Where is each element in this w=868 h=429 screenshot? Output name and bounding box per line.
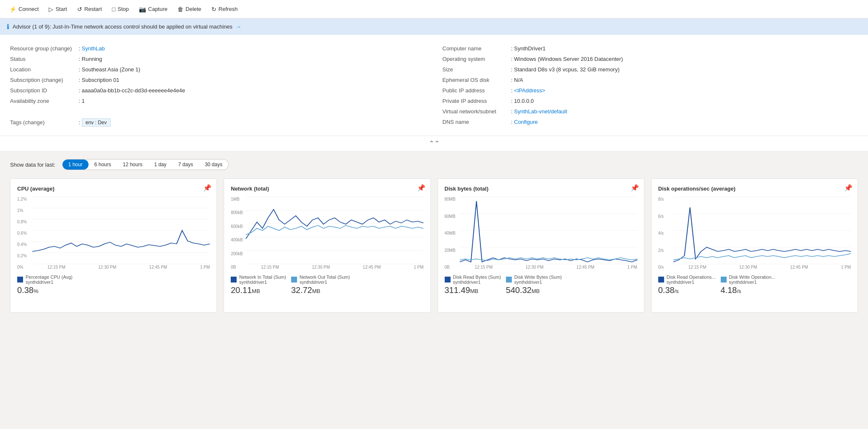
tags-label: Tags (change) [10, 119, 77, 126]
advisor-link[interactable]: → [236, 24, 241, 30]
location-row: Location : Southeast Asia (Zone 1) [10, 64, 426, 75]
vm-info-right: Computer name : SynthDriver1 Operating s… [443, 43, 858, 129]
disk-ops-legend: Disk Read Operations... synthddriver1 0.… [658, 275, 851, 295]
cpu-chart-title: CPU (average) [17, 186, 210, 192]
subscription-label: Subscription (change) [10, 77, 77, 83]
public-ip-label: Public IP address [443, 87, 510, 94]
disk-ops-x-axis: 12:15 PM 12:30 PM 12:45 PM 1 PM [673, 265, 851, 269]
time-range-label: Show data for last: [10, 162, 55, 168]
size-label: Size [443, 66, 510, 73]
private-ip-row: Private IP address : 10.0.0.0 [443, 96, 858, 106]
network-in-legend-item: Network In Total (Sum) synthddriver1 20.… [231, 275, 286, 295]
size-row: Size : Standard D8s v3 (8 vcpus, 32 GiB … [443, 64, 858, 75]
time-range-pills: 1 hour 6 hours 12 hours 1 day 7 days 30 … [62, 159, 229, 170]
disk-read-bytes-legend: Disk Read Bytes (Sum) synthddriver1 311.… [445, 275, 501, 295]
connect-button[interactable]: ⚡ Connect [5, 3, 43, 15]
status-label: Status [10, 56, 77, 62]
cpu-legend-item: Percentage CPU (Avg) synthddriver1 0.38% [17, 275, 73, 295]
disk-write-ops-value: 4.18/s [721, 285, 775, 295]
resource-group-value[interactable]: SynthLab [82, 45, 105, 52]
network-x-axis: 12:15 PM 12:30 PM 12:45 PM 1 PM [246, 265, 423, 269]
os-row: Operating system : Windows (Windows Serv… [443, 54, 858, 64]
tag-badge: env : Dev [82, 118, 111, 127]
stop-button[interactable]: □ Stop [108, 3, 133, 15]
time-pill-12hours[interactable]: 12 hours [117, 160, 149, 170]
time-pill-7days[interactable]: 7 days [172, 160, 199, 170]
subscription-row: Subscription (change) : Subscription 01 [10, 75, 426, 85]
network-out-color [291, 277, 297, 283]
cpu-chart-inner: 1.2% 1% 0.8% 0.6% 0.4% 0.2% 0% [17, 197, 210, 269]
network-chart-area [246, 197, 423, 264]
public-ip-value[interactable]: <IPAddress> [514, 87, 545, 94]
cpu-chart-area [32, 197, 210, 264]
subscription-id-row: Subscription ID : aaaa0a0a-bb1b-cc2c-dd3… [10, 85, 426, 96]
start-icon: ▷ [49, 6, 53, 13]
private-ip-value: : 10.0.0.0 [510, 98, 534, 104]
os-value: : Windows (Windows Server 2016 Datacente… [510, 56, 623, 62]
disk-ops-chart-title: Disk operations/sec (average) [658, 186, 851, 192]
delete-icon: 🗑 [177, 6, 183, 13]
vnet-value[interactable]: SynthLab-vnet/default [514, 108, 567, 115]
time-pill-1day[interactable]: 1 day [148, 160, 172, 170]
disk-read-bytes-value: 311.49MB [445, 285, 501, 295]
dns-value[interactable]: Configure [514, 119, 537, 125]
collapse-divider[interactable]: ⌃⌃ [0, 136, 868, 151]
delete-button[interactable]: 🗑 Delete [173, 3, 206, 15]
charts-grid: CPU (average) 📌 1.2% 1% 0.8% 0.6% 0.4% 0… [10, 178, 858, 313]
disk-write-bytes-legend: Disk Write Bytes (Sum) synthddriver1 540… [506, 275, 562, 295]
disk-bytes-chart-title: Disk bytes (total) [445, 186, 637, 192]
disk-bytes-chart-inner: 80MB 60MB 40MB 20MB 0B [445, 197, 637, 269]
disk-write-ops-legend: Disk Write Operation... synthddriver1 4.… [721, 275, 775, 295]
location-value: : Southeast Asia (Zone 1) [77, 66, 140, 73]
disk-bytes-y-axis: 80MB 60MB 40MB 20MB 0B [445, 197, 456, 269]
availability-label: Availability zone [10, 98, 77, 104]
private-ip-label: Private IP address [443, 98, 510, 104]
os-label: Operating system [443, 56, 510, 62]
ephemeral-row: Ephemeral OS disk : N/A [443, 75, 858, 85]
disk-ops-chart-inner: 8/s 6/s 4/s 2/s 0/s [658, 197, 851, 269]
cpu-pin-icon[interactable]: 📌 [203, 184, 211, 192]
network-in-color [231, 277, 237, 283]
disk-ops-chart-card: Disk operations/sec (average) 📌 8/s 6/s … [651, 178, 858, 313]
location-label: Location [10, 66, 77, 73]
disk-bytes-pin-icon[interactable]: 📌 [631, 184, 639, 192]
refresh-button[interactable]: ↻ Refresh [207, 3, 242, 15]
cpu-legend-value: 0.38% [17, 285, 73, 295]
cpu-chart-card: CPU (average) 📌 1.2% 1% 0.8% 0.6% 0.4% 0… [10, 178, 217, 313]
ephemeral-label: Ephemeral OS disk [443, 77, 510, 83]
vm-info: Resource group (change) : SynthLab Statu… [10, 43, 858, 136]
disk-write-bytes-color [506, 277, 512, 283]
computer-name-label: Computer name [443, 45, 510, 52]
size-value: : Standard D8s v3 (8 vcpus, 32 GiB memor… [510, 66, 620, 73]
vnet-label: Virtual network/subnet [443, 108, 510, 115]
advisor-banner: ℹ Advisor (1 of 9): Just-In-Time network… [0, 18, 868, 35]
network-chart-inner: 1MB 800kB 600kB 400kB 200kB 0B [231, 197, 423, 269]
public-ip-row: Public IP address : <IPAddress> [443, 85, 858, 96]
connect-icon: ⚡ [9, 6, 16, 13]
start-button[interactable]: ▷ Start [44, 3, 71, 15]
availability-row: Availability zone : 1 [10, 96, 426, 106]
disk-bytes-x-axis: 12:15 PM 12:30 PM 12:45 PM 1 PM [460, 265, 637, 269]
collapse-icon: ⌃⌃ [429, 139, 440, 147]
toolbar: ⚡ Connect ▷ Start ↺ Restart □ Stop 📷 Cap… [0, 0, 868, 18]
network-pin-icon[interactable]: 📌 [417, 184, 425, 192]
disk-ops-pin-icon[interactable]: 📌 [844, 184, 852, 192]
disk-read-bytes-color [445, 277, 451, 283]
time-pill-30days[interactable]: 30 days [199, 160, 228, 170]
restart-icon: ↺ [77, 6, 82, 13]
network-chart-title: Network (total) [231, 186, 423, 192]
disk-read-ops-color [658, 277, 664, 283]
refresh-icon: ↻ [211, 6, 216, 13]
vm-details-section: Resource group (change) : SynthLab Statu… [0, 35, 868, 136]
time-pill-1hour[interactable]: 1 hour [63, 160, 89, 170]
disk-bytes-chart-card: Disk bytes (total) 📌 80MB 60MB 40MB 20MB… [438, 178, 644, 313]
disk-ops-chart-area [673, 197, 851, 264]
status-value: : Running [77, 56, 102, 62]
capture-button[interactable]: 📷 Capture [135, 3, 172, 15]
network-legend: Network In Total (Sum) synthddriver1 20.… [231, 275, 423, 295]
restart-button[interactable]: ↺ Restart [73, 3, 106, 15]
resource-group-label: Resource group (change) [10, 45, 77, 52]
subscription-value: : Subscription 01 [77, 77, 119, 83]
dns-label: DNS name [443, 119, 510, 125]
time-pill-6hours[interactable]: 6 hours [89, 160, 117, 170]
